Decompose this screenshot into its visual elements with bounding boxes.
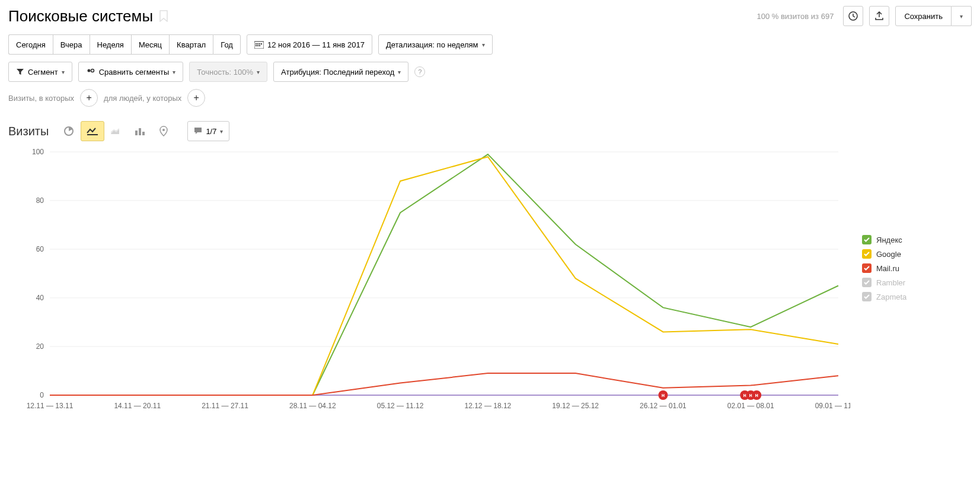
svg-rect-4: [259, 43, 260, 44]
svg-text:21.11 — 27.11: 21.11 — 27.11: [202, 402, 248, 410]
svg-text:14.11 — 20.11: 14.11 — 20.11: [114, 402, 161, 410]
svg-rect-14: [142, 132, 145, 135]
svg-rect-13: [139, 128, 141, 135]
legend-item-yandex[interactable]: Яндекс: [862, 235, 906, 244]
svg-text:80: 80: [36, 196, 44, 205]
chevron-down-icon: ▾: [173, 69, 175, 75]
add-visit-filter-button[interactable]: +: [80, 89, 98, 107]
legend-item-google[interactable]: Google: [862, 249, 906, 259]
precision-button: Точность: 100% ▾: [189, 62, 267, 82]
svg-point-15: [162, 129, 165, 131]
date-range-label: 12 ноя 2016 — 11 янв 2017: [267, 40, 365, 49]
svg-text:12.12 — 18.12: 12.12 — 18.12: [465, 402, 512, 410]
legend-item-zapmeta[interactable]: Zapmeta: [862, 292, 906, 301]
annotations-button[interactable]: 1/7 ▾: [187, 121, 229, 141]
svg-text:09.01 — 11.01: 09.01 — 11.01: [815, 402, 850, 410]
detail-button[interactable]: Детализация: по неделям ▾: [378, 34, 493, 55]
compare-icon: [86, 68, 95, 76]
svg-text:20: 20: [36, 342, 44, 351]
svg-text:40: 40: [36, 294, 44, 302]
legend-checkbox-icon: [862, 263, 872, 273]
chevron-down-icon: ▾: [62, 69, 65, 75]
segment-label: Сегмент: [28, 68, 58, 77]
bookmark-icon[interactable]: [159, 10, 168, 22]
filter-visits-label: Визиты, в которых: [8, 94, 74, 103]
legend-label: Rambler: [876, 278, 905, 287]
legend-label: Mail.ru: [876, 264, 899, 273]
annotations-label: 1/7: [206, 127, 216, 136]
svg-text:26.12 — 01.01: 26.12 — 01.01: [640, 402, 687, 410]
viz-line-icon[interactable]: [81, 121, 104, 141]
svg-rect-12: [135, 131, 138, 135]
period-quarter[interactable]: Квартал: [169, 34, 213, 55]
svg-text:60: 60: [36, 245, 44, 253]
svg-text:02.01 — 08.01: 02.01 — 08.01: [727, 402, 774, 410]
visits-summary: 100 % визитов из 697: [756, 12, 834, 21]
period-week[interactable]: Неделя: [90, 34, 131, 55]
compare-label: Сравнить сегменты: [99, 68, 170, 77]
filter-people-label: для людей, у которых: [104, 94, 181, 103]
detail-label: Детализация: по неделям: [386, 40, 478, 49]
svg-rect-8: [259, 45, 260, 46]
chevron-down-icon: ▾: [257, 69, 260, 75]
svg-text:н: н: [743, 392, 746, 398]
svg-text:12.11 — 13.11: 12.11 — 13.11: [27, 402, 74, 410]
svg-rect-7: [257, 45, 258, 46]
compare-button[interactable]: Сравнить сегменты ▾: [78, 62, 184, 82]
viz-title: Визиты: [8, 125, 49, 138]
chevron-down-icon: ▾: [398, 69, 401, 75]
svg-text:100: 100: [32, 148, 44, 156]
save-button[interactable]: Сохранить: [895, 6, 952, 26]
attribution-button[interactable]: Атрибуция: Последний переход ▾: [273, 62, 408, 82]
add-people-filter-button[interactable]: +: [187, 89, 205, 107]
date-range-button[interactable]: 12 ноя 2016 — 11 янв 2017: [247, 34, 372, 55]
period-yesterday[interactable]: Вчера: [53, 34, 90, 55]
legend-checkbox-icon: [862, 249, 872, 259]
legend-label: Zapmeta: [876, 293, 906, 301]
save-dropdown[interactable]: ▾: [952, 6, 972, 26]
legend-item-rambler[interactable]: Rambler: [862, 278, 906, 287]
viz-area-icon[interactable]: [104, 121, 128, 141]
viz-bar-icon[interactable]: [128, 121, 152, 141]
history-button[interactable]: [843, 6, 863, 26]
viz-pie-icon[interactable]: [57, 121, 81, 141]
help-icon[interactable]: ?: [414, 66, 425, 77]
period-group: Сегодня Вчера Неделя Месяц Квартал Год: [8, 34, 241, 55]
comment-icon: [194, 127, 202, 135]
segment-button[interactable]: Сегмент ▾: [8, 62, 72, 82]
svg-point-9: [87, 69, 90, 72]
period-today[interactable]: Сегодня: [8, 34, 53, 55]
attribution-label: Атрибуция: Последний переход: [281, 68, 394, 77]
legend: ЯндексGoogleMail.ruRamblerZapmeta: [850, 146, 906, 306]
funnel-icon: [16, 68, 24, 76]
viz-map-icon[interactable]: [152, 121, 175, 141]
export-button[interactable]: [869, 6, 889, 26]
svg-text:19.12 — 25.12: 19.12 — 25.12: [552, 402, 599, 410]
calendar-icon: [254, 40, 264, 49]
legend-label: Google: [876, 250, 901, 259]
period-month[interactable]: Месяц: [131, 34, 169, 55]
legend-checkbox-icon: [862, 278, 872, 287]
svg-text:0: 0: [40, 391, 44, 399]
svg-rect-6: [256, 45, 257, 46]
chevron-down-icon: ▾: [220, 128, 223, 135]
svg-text:н: н: [755, 392, 758, 398]
period-year[interactable]: Год: [213, 34, 241, 55]
svg-text:н: н: [662, 392, 665, 398]
svg-text:05.12 — 11.12: 05.12 — 11.12: [377, 402, 424, 410]
chevron-down-icon: ▾: [960, 13, 963, 20]
svg-rect-2: [256, 43, 257, 44]
svg-point-10: [91, 69, 94, 72]
precision-label: Точность: 100%: [197, 68, 253, 77]
legend-label: Яндекс: [876, 236, 902, 244]
legend-checkbox-icon: [862, 292, 872, 301]
svg-text:28.11 — 04.12: 28.11 — 04.12: [289, 402, 336, 410]
legend-checkbox-icon: [862, 235, 872, 244]
svg-rect-5: [261, 43, 262, 44]
legend-item-mailru[interactable]: Mail.ru: [862, 263, 906, 273]
chevron-down-icon: ▾: [482, 42, 485, 48]
chart[interactable]: 02040608010012.11 — 13.1114.11 — 20.1121…: [8, 146, 850, 419]
svg-text:н: н: [749, 392, 752, 398]
svg-rect-3: [257, 43, 258, 44]
page-title: Поисковые системы: [8, 7, 153, 26]
